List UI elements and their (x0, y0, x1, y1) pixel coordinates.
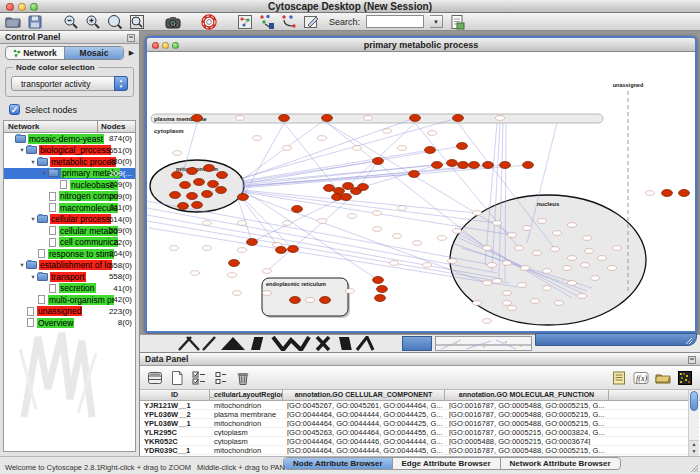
table-cell[interactable]: [GO:0045267, GO:0045261, GO:0044464, G..… (283, 401, 445, 409)
table-cell[interactable]: [GO:0016787, GO:0005488, GO:0005215, G..… (445, 446, 609, 454)
graph-node[interactable] (432, 162, 443, 169)
graph-node[interactable] (518, 283, 527, 288)
attribute-notes-icon[interactable] (611, 370, 627, 386)
scrollbar-arrows[interactable]: ▲▼ (689, 440, 699, 456)
table-cell[interactable]: [GO:0005488, GO:0005215, GO:0003674] (445, 437, 609, 445)
tab-network[interactable]: Network (6, 47, 64, 59)
frame-minimize-button[interactable] (162, 42, 169, 49)
graph-node[interactable] (551, 247, 560, 252)
frame-zoom-button[interactable] (172, 42, 179, 49)
graph-node[interactable] (170, 192, 181, 199)
tree-row[interactable]: mosaic-demo-yeast874(0) (4, 133, 135, 145)
graph-node[interactable] (353, 146, 362, 151)
unselect-attributes-icon[interactable] (213, 370, 229, 386)
table-cell[interactable]: [GO:0016787, GO:0005488, GO:0005215, G..… (445, 419, 609, 427)
graph-node[interactable] (608, 266, 617, 271)
table-cell[interactable]: mitochondrion (210, 401, 283, 409)
graph-node[interactable] (503, 261, 512, 266)
graph-node[interactable] (553, 231, 562, 236)
graph-node[interactable] (283, 146, 292, 151)
graph-node[interactable] (398, 206, 407, 211)
graph-node[interactable] (203, 221, 212, 226)
scrollbar-thumb[interactable] (690, 391, 698, 411)
graph-node[interactable] (216, 187, 227, 194)
graph-node[interactable] (364, 116, 373, 121)
tree-row[interactable]: ▼transport558(0) (4, 271, 135, 283)
graph-node[interactable] (583, 236, 592, 241)
graph-node[interactable] (483, 281, 492, 286)
graph-node[interactable] (515, 246, 524, 251)
graph-node[interactable] (238, 221, 247, 226)
tree-row[interactable]: response to stimulu264(0) (4, 248, 135, 260)
table-cell[interactable]: mitochondrion (210, 419, 283, 427)
graph-node[interactable] (469, 162, 480, 169)
graph-node[interactable] (646, 191, 655, 196)
graph-node[interactable] (508, 306, 517, 311)
disclosure-triangle-icon[interactable]: ▼ (29, 274, 37, 280)
table-cell[interactable]: YLR295C (140, 428, 210, 436)
background-frame-thumbnail[interactable] (435, 336, 532, 351)
disclosure-triangle-icon[interactable]: ▼ (18, 262, 26, 268)
graph-node[interactable] (348, 214, 357, 219)
graph-node[interactable] (383, 129, 392, 134)
disclosure-triangle-icon[interactable]: ▼ (29, 216, 37, 222)
graph-node[interactable] (438, 236, 447, 241)
tree-col-nodes[interactable]: Nodes (97, 121, 135, 132)
table-cell[interactable]: YPL036W__1 (140, 419, 210, 427)
table-cell[interactable]: [GO:0016787, GO:0005215, GO:0003824, G..… (445, 428, 609, 436)
graph-node[interactable] (318, 219, 327, 224)
graph-node[interactable] (503, 301, 512, 306)
tab-network-attribute-browser[interactable]: Network Attribute Browser (500, 458, 620, 469)
graph-node[interactable] (390, 261, 399, 266)
tree-row[interactable]: ▼primary metabo209(... (4, 168, 135, 180)
graph-node[interactable] (425, 147, 436, 154)
graph-node[interactable] (288, 246, 299, 253)
network-frame[interactable]: primary metabolic process plasma membran… (145, 36, 697, 333)
disclosure-triangle-icon[interactable]: ▼ (40, 170, 48, 176)
network-canvas[interactable]: plasma membranecytoplasmmitochondrionnuc… (147, 53, 695, 331)
graph-node[interactable] (192, 115, 203, 122)
select-attributes-icon[interactable] (191, 370, 207, 386)
graph-node[interactable] (180, 182, 191, 189)
graph-node[interactable] (423, 263, 432, 268)
graph-node[interactable] (488, 263, 497, 268)
background-frame-edge[interactable] (402, 336, 432, 351)
attribute-table[interactable]: ID_cellularLayoutRegionannotation.GO CEL… (140, 390, 700, 456)
disclosure-triangle-icon[interactable]: ▼ (29, 159, 37, 165)
graph-node[interactable] (473, 301, 482, 306)
graph-node[interactable] (373, 158, 384, 165)
tab-node-attribute-browser[interactable]: Node Attribute Browser (284, 458, 392, 469)
graph-node[interactable] (202, 191, 213, 198)
graph-node[interactable] (292, 206, 303, 213)
matrix-icon[interactable] (677, 370, 693, 386)
table-cell[interactable]: cytoplasm (210, 437, 283, 445)
graph-node[interactable] (483, 319, 492, 324)
tree-row[interactable]: cellular metabol209(0) (4, 225, 135, 237)
tree-row[interactable]: ▼biological_process651(0) (4, 145, 135, 157)
graph-node[interactable] (428, 131, 437, 136)
window-controls[interactable] (6, 3, 38, 11)
table-row[interactable]: YKR052Ccytoplasm[GO:0044464, GO:0044446,… (140, 437, 700, 446)
graph-node[interactable] (543, 269, 552, 274)
table-row[interactable]: YLR295Ccytoplasm[GO:0045263, GO:0044464,… (140, 428, 700, 437)
zoom-button[interactable] (30, 3, 38, 11)
table-scrollbar[interactable]: ▲▼ (688, 390, 699, 456)
graph-node[interactable] (521, 266, 530, 271)
graph-node[interactable] (568, 256, 577, 261)
combobox-stepper[interactable]: ▲▼ (114, 76, 128, 91)
graph-node[interactable] (377, 286, 388, 293)
graph-node[interactable] (543, 286, 552, 291)
table-row[interactable]: YJR121W__1mitochondrion[GO:0045267, GO:0… (140, 401, 700, 410)
new-attribute-icon[interactable] (169, 370, 185, 386)
table-column-header[interactable]: _cellularLayoutRegion (210, 390, 283, 400)
graph-node[interactable] (217, 172, 228, 179)
attribute-grid-icon[interactable] (147, 370, 163, 386)
tab-edge-attribute-browser[interactable]: Edge Attribute Browser (392, 458, 500, 469)
graph-node[interactable] (283, 221, 292, 226)
graph-node[interactable] (523, 226, 532, 231)
window-resize-grip-icon[interactable] (690, 464, 699, 473)
graph-node[interactable] (170, 246, 179, 251)
graph-node[interactable] (568, 281, 577, 286)
tree-col-network[interactable]: Network (4, 121, 97, 132)
graph-node[interactable] (173, 151, 182, 156)
